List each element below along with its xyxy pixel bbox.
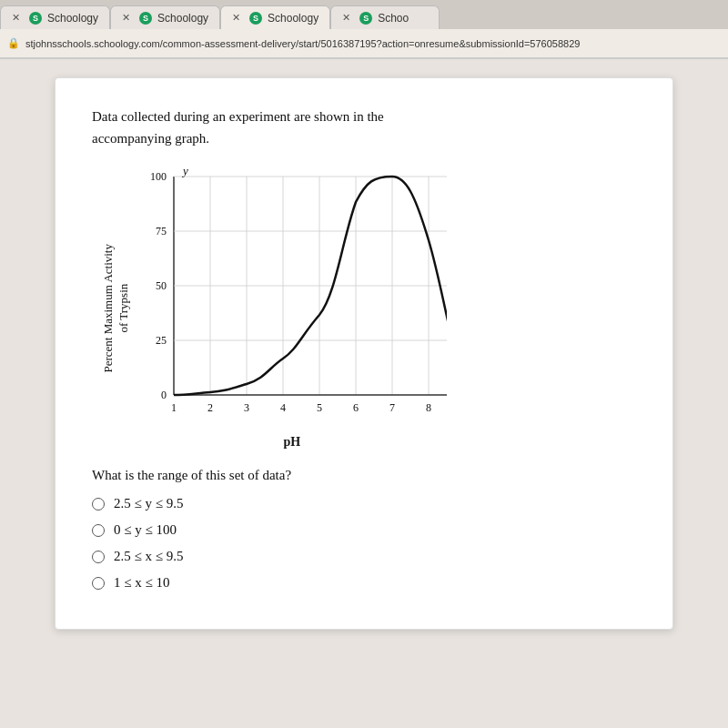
answer-choice-b[interactable]: 0 ≤ y ≤ 100 xyxy=(92,522,636,538)
svg-text:50: 50 xyxy=(156,279,167,292)
radio-d[interactable] xyxy=(92,577,105,590)
question-text: Data collected during an experiment are … xyxy=(92,106,636,149)
tab-close-4[interactable]: ✕ xyxy=(342,12,350,24)
svg-text:100: 100 xyxy=(150,170,167,183)
choice-text-c: 2.5 ≤ x ≤ 9.5 xyxy=(114,549,183,564)
svg-text:1: 1 xyxy=(171,401,177,414)
svg-text:25: 25 xyxy=(156,334,167,347)
x-axis-label: pH xyxy=(283,435,300,450)
svg-text:4: 4 xyxy=(280,401,286,414)
svg-text:5: 5 xyxy=(317,401,322,414)
answer-choice-a[interactable]: 2.5 ≤ y ≤ 9.5 xyxy=(92,496,636,511)
radio-b[interactable] xyxy=(92,524,105,537)
svg-text:0: 0 xyxy=(161,389,167,401)
tab-3[interactable]: ✕ S Schoology xyxy=(220,5,330,29)
radio-c[interactable] xyxy=(92,551,105,563)
svg-text:7: 7 xyxy=(389,401,395,414)
tab-label-4: Schoo xyxy=(378,12,409,25)
question-card: Data collected during an experiment are … xyxy=(55,77,673,630)
tab-label-3: Schoology xyxy=(268,12,318,25)
y-axis-label: Percent Maximum Activity of Trypsin xyxy=(101,244,132,373)
url-text: stjohnsschools.schoology.com/common-asse… xyxy=(25,38,580,49)
tab-label-2: Schoology xyxy=(157,12,208,25)
tab-label-1: Schoology xyxy=(47,12,98,25)
address-bar[interactable]: 🔒 stjohnsschools.schoology.com/common-as… xyxy=(0,29,728,58)
choice-text-a: 2.5 ≤ y ≤ 9.5 xyxy=(114,496,183,511)
graph-and-xlabel: 0 25 50 75 100 y 1 2 3 4 5 6 xyxy=(137,167,447,450)
question-text-line2: accompanying graph. xyxy=(92,131,209,146)
schoology-icon-4: S xyxy=(359,12,372,25)
chart-svg: 0 25 50 75 100 y 1 2 3 4 5 6 xyxy=(137,167,447,431)
svg-text:6: 6 xyxy=(353,401,359,414)
tab-2[interactable]: ✕ S Schoology xyxy=(110,5,220,29)
svg-text:8: 8 xyxy=(426,401,431,414)
svg-text:y: y xyxy=(181,167,188,177)
answer-choice-d[interactable]: 1 ≤ x ≤ 10 xyxy=(92,575,636,591)
lock-icon: 🔒 xyxy=(7,37,20,49)
question-prompt: What is the range of this set of data? xyxy=(92,468,636,483)
radio-a[interactable] xyxy=(92,498,105,511)
answer-choice-c[interactable]: 2.5 ≤ x ≤ 9.5 xyxy=(92,549,636,564)
tab-bar: ✕ S Schoology ✕ S Schoology ✕ S Schoolog… xyxy=(0,0,728,29)
question-text-line1: Data collected during an experiment are … xyxy=(92,109,384,124)
tab-close-3[interactable]: ✕ xyxy=(232,12,240,24)
tab-1[interactable]: ✕ S Schoology xyxy=(0,5,110,29)
schoology-icon-1: S xyxy=(29,12,42,25)
graph-svg: 0 25 50 75 100 y 1 2 3 4 5 6 xyxy=(137,167,447,431)
tab-close-1[interactable]: ✕ xyxy=(12,12,20,24)
browser-chrome: ✕ S Schoology ✕ S Schoology ✕ S Schoolog… xyxy=(0,0,728,59)
choice-text-b: 0 ≤ y ≤ 100 xyxy=(114,522,177,538)
graph-container: Percent Maximum Activity of Trypsin xyxy=(101,167,636,450)
tab-4[interactable]: ✕ S Schoo xyxy=(330,5,440,29)
content-area: Data collected during an experiment are … xyxy=(0,59,728,728)
schoology-icon-2: S xyxy=(139,12,152,25)
tab-close-2[interactable]: ✕ xyxy=(122,12,130,24)
svg-text:2: 2 xyxy=(207,401,213,414)
choice-text-d: 1 ≤ x ≤ 10 xyxy=(114,575,169,591)
svg-text:75: 75 xyxy=(156,225,167,238)
schoology-icon-3: S xyxy=(249,12,262,25)
svg-text:3: 3 xyxy=(244,401,249,414)
